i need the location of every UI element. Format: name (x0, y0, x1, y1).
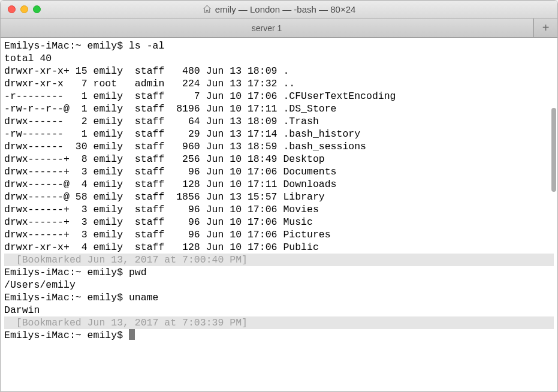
minimize-button[interactable] (20, 5, 28, 13)
terminal-output[interactable]: Emilys-iMac:~ emily$ ls -al total 40 drw… (1, 38, 557, 391)
term-line: drwx------+ 3 emily staff 96 Jun 10 17:0… (4, 203, 554, 216)
term-line: drwx------ 30 emily staff 960 Jun 13 18:… (4, 140, 554, 153)
titlebar[interactable]: emily — London — -bash — 80×24 (1, 1, 557, 19)
terminal-window: emily — London — -bash — 80×24 server 1 … (0, 0, 558, 392)
scrollbar-thumb[interactable] (551, 108, 556, 192)
new-tab-button[interactable]: + (533, 19, 557, 37)
term-line: drwx------@ 58 emily staff 1856 Jun 13 1… (4, 191, 554, 203)
home-icon (203, 5, 212, 14)
close-button[interactable] (8, 5, 16, 13)
window-title-container: emily — London — -bash — 80×24 (1, 4, 557, 14)
traffic-lights (1, 5, 41, 13)
window-title: emily — London — -bash — 80×24 (215, 4, 356, 14)
term-line: -rw-r--r--@ 1 emily staff 8196 Jun 10 17… (4, 102, 554, 115)
plus-icon: + (542, 21, 550, 35)
tab-label: server 1 (252, 23, 282, 33)
term-line: total 40 (4, 52, 554, 65)
tab-server-1[interactable]: server 1 (1, 19, 533, 37)
term-line: drwxr-xr-x+ 15 emily staff 480 Jun 13 18… (4, 65, 554, 77)
maximize-button[interactable] (33, 5, 41, 13)
term-line: drwxr-xr-x+ 4 emily staff 128 Jun 10 17:… (4, 241, 554, 254)
term-line: Emilys-iMac:~ emily$ uname (4, 291, 554, 304)
term-line: /Users/emily (4, 279, 554, 291)
bookmark-line: [Bookmarked Jun 13, 2017 at 7:03:39 PM] (4, 316, 554, 329)
prompt-line: Emilys-iMac:~ emily$ (4, 329, 554, 342)
term-line: Emilys-iMac:~ emily$ pwd (4, 266, 554, 279)
term-line: Darwin (4, 304, 554, 316)
term-line: drwx------+ 3 emily staff 96 Jun 10 17:0… (4, 165, 554, 178)
cursor (129, 329, 135, 340)
term-line: drwx------+ 3 emily staff 96 Jun 10 17:0… (4, 216, 554, 228)
tabbar: server 1 + (1, 19, 557, 38)
term-line: drwx------ 2 emily staff 64 Jun 13 18:09… (4, 115, 554, 128)
term-line: Emilys-iMac:~ emily$ ls -al (4, 40, 554, 52)
prompt-text: Emilys-iMac:~ emily$ (4, 330, 129, 341)
term-line: drwx------@ 4 emily staff 128 Jun 10 17:… (4, 178, 554, 191)
term-line: drwx------+ 3 emily staff 96 Jun 10 17:0… (4, 228, 554, 241)
term-line: drwxr-xr-x 7 root admin 224 Jun 13 17:32… (4, 77, 554, 90)
term-line: -rw------- 1 emily staff 29 Jun 13 17:14… (4, 128, 554, 140)
term-line: -r-------- 1 emily staff 7 Jun 10 17:06 … (4, 90, 554, 102)
term-line: drwx------+ 8 emily staff 256 Jun 10 18:… (4, 153, 554, 165)
bookmark-line: [Bookmarked Jun 13, 2017 at 7:00:40 PM] (4, 254, 554, 266)
